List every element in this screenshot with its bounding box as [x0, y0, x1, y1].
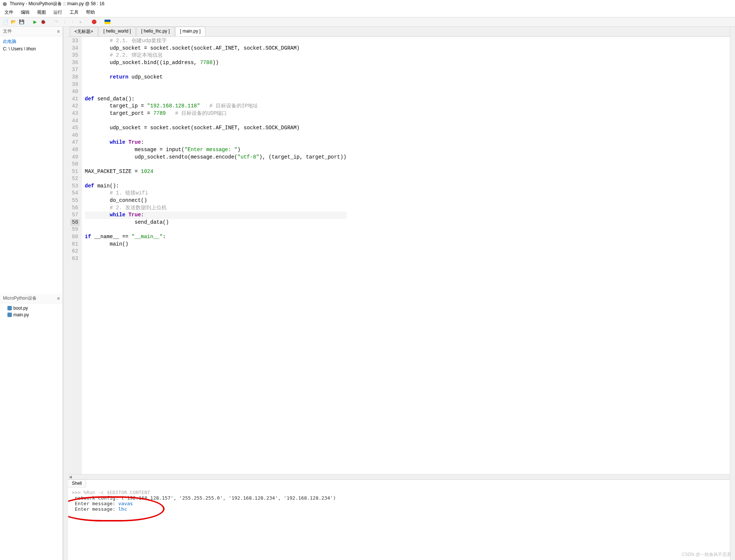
shell-output[interactable]: >>> %Run -c $EDITOR_CONTENT network conf… — [68, 487, 730, 560]
code-editor[interactable]: 3334353637383940414243444546474849505152… — [68, 37, 730, 474]
step-out-button[interactable]: ↑ — [70, 19, 76, 25]
device-file-boot.py[interactable]: boot.py — [3, 305, 60, 311]
open-file-button[interactable]: 📂 — [10, 19, 16, 25]
step-over-button[interactable]: ↷ — [53, 19, 59, 25]
menu-视图[interactable]: 视图 — [34, 9, 49, 16]
svg-point-0 — [3, 2, 7, 6]
menu-文件[interactable]: 文件 — [1, 9, 16, 16]
menu-编辑[interactable]: 编辑 — [18, 9, 33, 16]
app-logo-icon — [2, 1, 7, 7]
editor-hscrollbar[interactable]: ◀ — [68, 474, 730, 479]
current-path[interactable]: C: \ Users \ lihon — [3, 46, 60, 52]
files-panel-header: 文件 ≡ — [0, 27, 63, 36]
this-computer-node[interactable]: 此电脑 — [3, 38, 60, 46]
python-file-icon — [7, 306, 12, 310]
debug-button[interactable]: 🐞 — [40, 19, 46, 25]
window-titlebar: Thonny - MicroPython设备 :: /main.py @ 58 … — [0, 0, 735, 8]
menu-工具[interactable]: 工具 — [67, 9, 82, 16]
stop-button[interactable] — [91, 19, 97, 25]
run-button[interactable]: ▶ — [32, 19, 38, 25]
new-file-button[interactable]: 📄 — [2, 19, 8, 25]
device-file-main.py[interactable]: main.py — [3, 311, 60, 318]
step-into-button[interactable]: ↓ — [62, 19, 67, 25]
menu-运行[interactable]: 运行 — [50, 9, 65, 16]
watermark: CSDN @一枕春风不思君 — [682, 551, 731, 558]
menubar: 文件编辑视图运行工具帮助 — [0, 8, 735, 17]
window-title: Thonny - MicroPython设备 :: /main.py @ 58 … — [10, 1, 105, 7]
left-scrollbar[interactable] — [63, 27, 68, 560]
editor-tab-3[interactable]: [ main.py ] — [175, 27, 205, 36]
editor-tab-2[interactable]: [ hello_lhc.py ] — [136, 27, 175, 36]
editor-tab-0[interactable]: <无标题> — [70, 27, 98, 36]
menu-帮助[interactable]: 帮助 — [83, 9, 98, 16]
files-panel-title: 文件 — [3, 28, 12, 34]
shell-tab[interactable]: Shell — [68, 480, 86, 487]
device-panel-header: MicroPython设备 ≡ — [0, 294, 63, 303]
editor-tabs: <无标题>[ hello_world ][ hello_lhc.py ][ ma… — [68, 27, 730, 37]
flag-icon[interactable] — [105, 19, 110, 25]
resume-button[interactable]: ▸ — [78, 19, 84, 25]
files-panel-menu-icon[interactable]: ≡ — [57, 29, 60, 34]
code-area[interactable]: # 2.1. 创建udp套接字 udp_socket = socket.sock… — [82, 37, 350, 474]
save-file-button[interactable]: 💾 — [19, 19, 24, 25]
toolbar: 📄 📂 💾 ▶ 🐞 ↷ ↓ ↑ ▸ — [0, 17, 735, 27]
python-file-icon — [7, 313, 12, 317]
editor-tab-1[interactable]: [ hello_world ] — [99, 27, 136, 36]
device-panel-title: MicroPython设备 — [3, 295, 37, 301]
device-panel-menu-icon[interactable]: ≡ — [57, 296, 60, 301]
right-scrollbar[interactable] — [730, 27, 735, 560]
line-gutter: 3334353637383940414243444546474849505152… — [68, 37, 82, 474]
